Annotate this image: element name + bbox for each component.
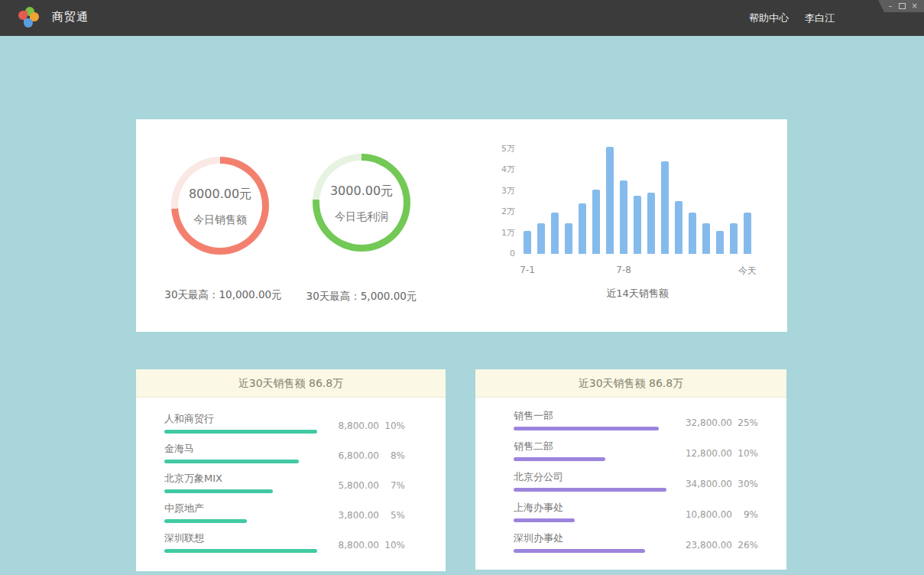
amount-value: 32,800.00 (682, 417, 732, 428)
customers-rank-card: 近30天销售额 86.8万 人和商贸行8,800.0010%金海马6,800.0… (136, 369, 446, 571)
today-profit-value: 3000.00元 (313, 184, 410, 200)
sales-14day-chart: 5万4万3万2万1万0 今天7-87-1 近14天销售额 (472, 119, 778, 332)
titlebar: 商贸通 帮助中心 李白江 – × (0, 0, 924, 36)
logo-petal-red (18, 11, 28, 20)
customers-rows: 人和商贸行8,800.0010%金海马6,800.008%北京万象MIX5,80… (136, 398, 446, 553)
item-values: 34,800.0030% (682, 479, 758, 489)
progress-bar-fill (514, 427, 659, 430)
item-values: 8,800.0010% (329, 540, 405, 551)
x-tick-label: 今天 (725, 265, 770, 278)
close-button-icon[interactable]: × (912, 2, 918, 10)
sales-bar (620, 180, 627, 254)
departments-rows: 销售一部32,800.0025%销售二部12,800.0010%北京分公司34,… (475, 398, 786, 553)
today-profit-ring (313, 154, 410, 252)
sales-bar (537, 223, 545, 254)
sales-bar (744, 213, 751, 254)
progress-bar-fill (514, 488, 666, 492)
amount-value: 10,800.00 (682, 509, 732, 520)
today-profit-caption: 30天最高：5,000.00元 (274, 290, 449, 304)
percent-value: 5% (379, 510, 405, 521)
amount-value: 8,800.00 (329, 421, 379, 431)
amount-value: 6,800.00 (329, 450, 379, 461)
progress-bar-fill (164, 549, 317, 553)
progress-bar-fill (164, 519, 247, 523)
sales-bar (661, 161, 669, 254)
y-tick-label: 3万 (472, 185, 515, 197)
y-tick-label: 5万 (472, 143, 515, 155)
progress-bar (164, 489, 317, 493)
today-sales-label: 今日销售额 (171, 213, 269, 227)
y-tick-label: 2万 (472, 206, 515, 218)
amount-value: 5,800.00 (329, 480, 379, 491)
sales-bar (730, 223, 738, 254)
progress-bar (164, 460, 317, 463)
progress-bar-fill (164, 460, 299, 463)
departments-rank-card: 近30天销售额 86.8万 销售一部32,800.0025%销售二部12,800… (475, 369, 786, 570)
sales-bar (551, 213, 559, 254)
list-item: 销售二部12,800.0010% (514, 440, 758, 461)
item-values: 12,800.0010% (682, 448, 758, 459)
progress-bar (514, 457, 666, 461)
x-tick-label: 7-8 (601, 265, 647, 275)
brand: 商贸通 (18, 7, 89, 28)
sales-bar (524, 231, 531, 254)
item-values: 5,800.007% (329, 480, 405, 491)
progress-bar (164, 519, 317, 523)
list-item: 人和商贸行8,800.0010% (164, 413, 405, 434)
item-values: 23,800.0026% (682, 540, 758, 551)
percent-value: 7% (379, 480, 405, 491)
progress-bar (164, 430, 317, 434)
item-values: 32,800.0025% (682, 417, 758, 428)
departments-card-title: 近30天销售额 86.8万 (475, 369, 786, 398)
amount-value: 8,800.00 (329, 540, 379, 551)
percent-value: 10% (379, 540, 405, 551)
user-menu-link[interactable]: 李白江 (805, 11, 835, 25)
today-sales-gauge: 8000.00元 今日销售额 (171, 157, 269, 255)
progress-bar (514, 488, 666, 492)
percent-value: 10% (379, 421, 405, 431)
item-values: 6,800.008% (329, 450, 405, 461)
minimize-button-icon[interactable]: – (889, 2, 893, 10)
customers-card-title: 近30天销售额 86.8万 (136, 369, 446, 398)
x-tick-label: 7-1 (504, 265, 550, 275)
sales-bar (579, 203, 586, 254)
help-center-link[interactable]: 帮助中心 (749, 11, 789, 25)
y-tick-label: 0 (472, 248, 515, 260)
amount-value: 12,800.00 (682, 448, 732, 459)
logo-petal-blue (24, 18, 33, 28)
item-values: 10,800.009% (682, 509, 758, 520)
progress-bar (164, 549, 317, 553)
item-values: 8,800.0010% (329, 421, 405, 431)
percent-value: 30% (732, 479, 758, 489)
percent-value: 26% (732, 540, 758, 551)
maximize-button-icon[interactable] (899, 3, 906, 9)
list-item: 深圳办事处23,800.0026% (514, 532, 758, 553)
top-links: 帮助中心 李白江 (749, 0, 835, 36)
sales-bar (647, 193, 655, 254)
progress-bar-fill (514, 549, 645, 553)
dashboard-canvas: 8000.00元 今日销售额 30天最高：10,000.00元 3000.00元… (0, 36, 924, 575)
amount-value: 23,800.00 (682, 540, 732, 551)
percent-value: 10% (732, 448, 758, 459)
progress-bar-fill (514, 518, 575, 522)
list-item: 北京万象MIX5,800.007% (164, 473, 405, 493)
sales-bar (716, 231, 724, 254)
progress-bar-fill (164, 489, 273, 493)
percent-value: 8% (379, 450, 405, 461)
today-sales-value: 8000.00元 (171, 187, 269, 203)
list-item: 销售一部32,800.0025% (514, 410, 758, 430)
amount-value: 34,800.00 (682, 479, 732, 489)
progress-bar-fill (164, 430, 317, 434)
list-item: 深圳联想8,800.0010% (164, 532, 405, 553)
sales-bar (634, 196, 641, 254)
app-logo-icon (18, 7, 39, 28)
list-item: 北京分公司34,800.0030% (514, 471, 758, 492)
sales-bar (606, 147, 614, 254)
app-title: 商贸通 (52, 10, 89, 24)
percent-value: 9% (732, 509, 758, 520)
y-tick-label: 4万 (472, 164, 515, 176)
list-item: 金海马6,800.008% (164, 443, 405, 463)
today-profit-gauge: 3000.00元 今日毛利润 (313, 154, 410, 252)
item-values: 3,800.005% (329, 510, 405, 521)
list-item: 上海办事处10,800.009% (514, 502, 758, 522)
